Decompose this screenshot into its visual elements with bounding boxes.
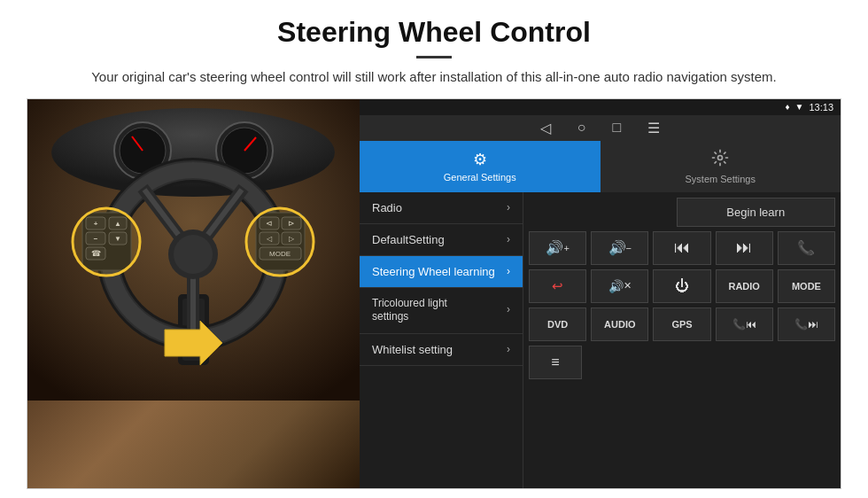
radio-button[interactable]: RADIO (716, 269, 773, 303)
menu-item-tricoloured[interactable]: Tricoloured light settings › (360, 288, 523, 334)
tabs-row: ⚙ General Settings System Settings (360, 141, 841, 192)
dvd-label: DVD (547, 319, 568, 330)
controls-row-4: DVD AUDIO GPS 📞⏮ 📞⏭ (529, 307, 835, 341)
mode-button[interactable]: MODE (778, 269, 835, 303)
home-nav-icon[interactable]: ○ (577, 120, 586, 136)
svg-point-44 (246, 208, 314, 276)
controls-row-1: Begin learn (529, 198, 835, 227)
controls-row-5: ≡ (529, 346, 835, 379)
controls-row-2: 🔊+ 🔊− ⏮ ⏭ 📞 (529, 231, 835, 265)
tab-system-settings[interactable]: System Settings (601, 141, 841, 192)
menu-defaultsetting-chevron: › (507, 233, 510, 245)
prev-icon: ⏮ (674, 238, 690, 257)
menu-defaultsetting-label: DefaultSetting (372, 233, 445, 246)
nav-bar: ◁ ○ □ ☰ (360, 115, 841, 141)
android-ui: ♦ ▼ 13:13 ◁ ○ □ ☰ ⚙ General Settings (360, 99, 841, 489)
status-bar: ♦ ▼ 13:13 (360, 99, 841, 115)
wifi-icon: ▼ (795, 102, 804, 112)
mute-button[interactable]: 🔊✕ (591, 269, 648, 303)
recent-nav-icon[interactable]: □ (613, 120, 622, 136)
list-icon-button[interactable]: ≡ (529, 346, 582, 379)
prev-track-button[interactable]: ⏮ (653, 231, 710, 265)
gps-button[interactable]: GPS (653, 307, 710, 341)
hangup-icon: ↩ (552, 278, 563, 294)
mode-label: MODE (792, 281, 821, 292)
begin-learn-button[interactable]: Begin learn (677, 198, 836, 227)
main-content: Radio › DefaultSetting › Steering Wheel … (360, 192, 841, 489)
phone-next-button[interactable]: 📞⏭ (778, 307, 835, 341)
menu-tricoloured-label: Tricoloured light settings (372, 297, 469, 324)
menu-list: Radio › DefaultSetting › Steering Wheel … (360, 192, 523, 489)
menu-radio-label: Radio (372, 201, 402, 214)
controls-row-3: ↩ 🔊✕ ⏻ RADIO MODE (529, 269, 835, 303)
next-icon: ⏭ (736, 238, 752, 257)
dvd-button[interactable]: DVD (529, 307, 586, 341)
hangup-button[interactable]: ↩ (529, 269, 586, 303)
general-settings-icon: ⚙ (473, 150, 487, 169)
back-nav-icon[interactable]: ◁ (540, 120, 551, 136)
location-icon: ♦ (785, 102, 789, 112)
tab-general-label: General Settings (444, 172, 516, 183)
page-subtitle: Your original car's steering wheel contr… (91, 67, 777, 88)
audio-label: AUDIO (604, 319, 635, 330)
menu-tricoloured-chevron: › (507, 303, 510, 317)
power-icon: ⏻ (675, 278, 689, 294)
vol-up-icon: 🔊 (546, 239, 563, 256)
menu-whitelist-label: Whitelist setting (372, 343, 453, 356)
title-divider (416, 56, 452, 58)
menu-nav-icon[interactable]: ☰ (647, 120, 660, 136)
phone-icon: 📞 (797, 239, 815, 256)
tab-system-label: System Settings (686, 174, 756, 184)
menu-item-whitelist[interactable]: Whitelist setting › (360, 334, 523, 366)
menu-item-steering-wheel[interactable]: Steering Wheel learning › (360, 256, 523, 288)
radio-label: RADIO (728, 281, 759, 292)
gps-label: GPS (671, 319, 692, 330)
phone-button[interactable]: 📞 (778, 231, 835, 265)
phone-next-icon: 📞⏭ (794, 318, 818, 331)
menu-steering-label: Steering Wheel learning (372, 265, 495, 278)
vol-down-icon: 🔊 (608, 239, 626, 256)
phone-prev-button[interactable]: 📞⏮ (716, 307, 773, 341)
status-time: 13:13 (809, 102, 833, 113)
menu-steering-chevron: › (507, 265, 510, 277)
menu-whitelist-chevron: › (507, 343, 510, 355)
menu-item-radio[interactable]: Radio › (360, 192, 523, 224)
phone-prev-icon: 📞⏮ (732, 318, 756, 331)
controls-panel: Begin learn 🔊+ 🔊− ⏮ (523, 192, 841, 489)
list-icon: ≡ (551, 354, 559, 370)
svg-point-43 (73, 208, 140, 276)
tab-general-settings[interactable]: ⚙ General Settings (360, 141, 601, 192)
page-title: Steering Wheel Control (277, 16, 591, 49)
svg-point-46 (718, 155, 723, 160)
steering-wheel-svg: + − ☎ ▲ ▼ ⊲ ⊳ ◁ (27, 99, 360, 401)
audio-button[interactable]: AUDIO (591, 307, 648, 341)
menu-radio-chevron: › (507, 201, 510, 214)
vol-down-button[interactable]: 🔊− (591, 231, 648, 265)
power-button[interactable]: ⏻ (653, 269, 710, 303)
menu-item-defaultsetting[interactable]: DefaultSetting › (360, 224, 523, 256)
system-settings-icon (711, 149, 729, 171)
car-image: + − ☎ ▲ ▼ ⊲ ⊳ ◁ (27, 99, 360, 489)
vol-up-button[interactable]: 🔊+ (529, 231, 586, 265)
mute-icon: 🔊 (608, 279, 624, 293)
svg-point-1 (51, 108, 335, 197)
next-track-button[interactable]: ⏭ (716, 231, 773, 265)
svg-point-20 (174, 235, 213, 274)
